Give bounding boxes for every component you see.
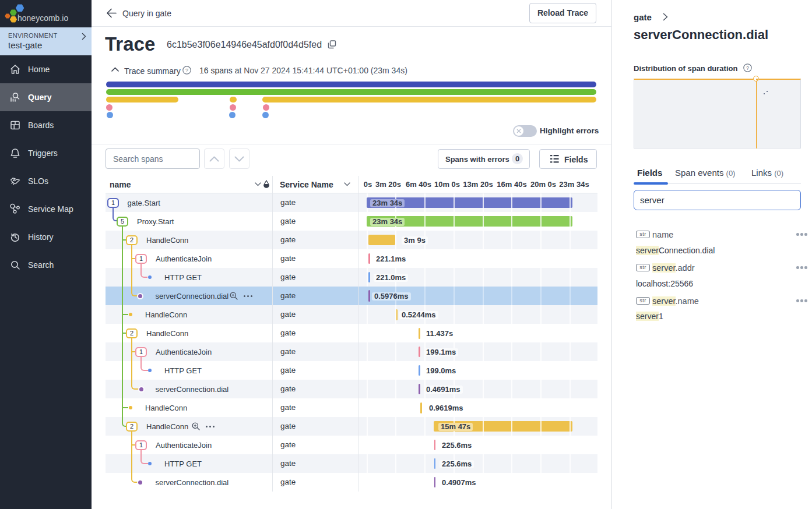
svg-text:?: ? (746, 65, 749, 71)
svg-text:?: ? (185, 68, 188, 73)
